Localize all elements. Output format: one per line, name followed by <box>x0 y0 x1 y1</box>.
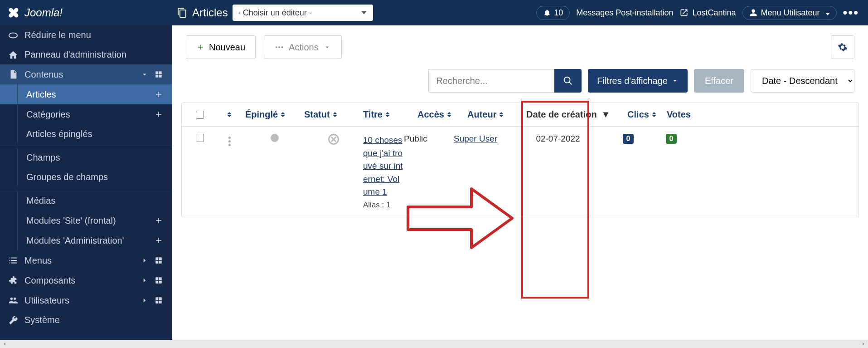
votes-badge: 0 <box>666 134 677 144</box>
horizontal-scrollbar[interactable] <box>0 340 868 348</box>
search <box>428 69 582 93</box>
settings-button[interactable] <box>831 35 854 59</box>
author-link[interactable]: Super User <box>454 134 497 143</box>
article-alias: Alias : 1 <box>363 201 404 210</box>
sidebar-item-field-groups[interactable]: Groupes de champs <box>0 167 172 187</box>
dashboard-icon[interactable] <box>153 69 164 80</box>
site-link[interactable]: LostCantina <box>679 8 736 18</box>
scroll-left-icon[interactable] <box>2 341 7 347</box>
sidebar-content-label: Contenus <box>24 69 63 80</box>
top-right: 10 Messages Post-installation LostCantin… <box>536 5 868 20</box>
search-input[interactable] <box>428 69 554 93</box>
sort-icon <box>652 112 656 117</box>
chevron-down-icon <box>141 70 149 78</box>
plus-icon[interactable] <box>153 89 164 100</box>
site-name: LostCantina <box>692 8 736 18</box>
row-actions-icon[interactable] <box>226 134 233 149</box>
chevron-right-icon <box>141 276 149 284</box>
plus-icon <box>196 43 204 51</box>
search-icon <box>563 76 573 86</box>
sidebar-users[interactable]: Utilisateurs <box>0 290 172 310</box>
brand: Joomla! <box>0 6 172 19</box>
status-icon[interactable] <box>328 134 339 145</box>
svg-point-1 <box>276 46 277 48</box>
article-title-link[interactable]: 10 choses que j'ai trouvé sur internet: … <box>363 134 404 199</box>
dashboard-icon[interactable] <box>153 295 164 306</box>
col-status[interactable]: Statut <box>304 109 363 120</box>
sort-select[interactable]: Date - Descendant <box>751 69 854 93</box>
pin-status-icon[interactable] <box>271 134 279 142</box>
sidebar: Réduire le menu Panneau d'administration… <box>0 25 172 340</box>
col-order[interactable] <box>213 112 245 117</box>
table-row: 10 choses que j'ai trouvé sur internet: … <box>182 127 858 217</box>
post-install-link[interactable]: Messages Post-installation <box>576 8 673 18</box>
filter-options-label: Filtres d'affichage <box>597 76 668 86</box>
main: Nouveau Actions <box>172 25 868 340</box>
row-date: 02-07-2022 <box>513 134 603 144</box>
sidebar-components[interactable]: Composants <box>0 270 172 290</box>
sidebar-item-modules-admin[interactable]: Modules 'Administration' <box>0 230 172 250</box>
sidebar-item-media[interactable]: Médias <box>0 191 172 211</box>
select-all-checkbox[interactable] <box>196 111 204 119</box>
sort-icon <box>227 112 232 117</box>
post-install-label: Messages Post-installation <box>576 8 673 18</box>
notifications[interactable]: 10 <box>536 6 570 20</box>
more-icon[interactable]: ••• <box>843 5 859 20</box>
col-title[interactable]: Titre <box>363 109 417 120</box>
users-icon <box>8 295 18 305</box>
new-button[interactable]: Nouveau <box>186 35 256 59</box>
row-checkbox[interactable] <box>196 134 204 142</box>
sidebar-item-modules-site[interactable]: Modules 'Site' (frontal) <box>0 211 172 230</box>
sidebar-system[interactable]: Système <box>0 310 172 330</box>
new-button-label: Nouveau <box>209 42 245 53</box>
filter-options-button[interactable]: Filtres d'affichage <box>588 69 688 93</box>
list-icon <box>8 255 18 265</box>
bell-icon <box>543 9 551 17</box>
search-button[interactable] <box>554 69 582 93</box>
chevron-down-icon <box>671 77 679 84</box>
col-votes[interactable]: Votes <box>667 109 703 120</box>
clicks-badge: 0 <box>623 134 634 144</box>
dashboard-icon[interactable] <box>153 275 164 286</box>
clear-button[interactable]: Effacer <box>694 69 744 93</box>
sort-icon <box>385 112 390 117</box>
user-icon <box>749 9 757 17</box>
sidebar-item-categories[interactable]: Catégories <box>0 104 172 124</box>
plus-icon[interactable] <box>153 235 164 246</box>
sidebar-item-pinned[interactable]: Articles épinglés <box>0 124 172 144</box>
svg-point-3 <box>281 46 283 48</box>
sidebar-pinned-label: Articles épinglés <box>26 129 92 139</box>
row-access: Public <box>404 134 454 144</box>
plus-icon[interactable] <box>153 109 164 120</box>
col-author[interactable]: Auteur <box>467 109 526 120</box>
sidebar-articles-label: Articles <box>26 89 56 100</box>
col-pinned[interactable]: Épinglé <box>245 109 304 120</box>
sidebar-admin-label: Panneau d'administration <box>24 49 126 60</box>
sidebar-item-fields[interactable]: Champs <box>0 148 172 167</box>
sidebar-admin-panel[interactable]: Panneau d'administration <box>0 45 172 64</box>
scroll-right-icon[interactable] <box>861 341 866 347</box>
sidebar-content[interactable]: Contenus <box>0 64 172 84</box>
sort-icon <box>333 112 337 117</box>
plus-icon[interactable] <box>153 215 164 226</box>
collapse-icon <box>8 30 18 40</box>
sidebar-menus[interactable]: Menus <box>0 250 172 270</box>
col-created[interactable]: Date de création▼ <box>526 109 617 120</box>
gear-icon <box>838 42 848 52</box>
chevron-down-icon <box>323 43 331 51</box>
sidebar-item-articles[interactable]: Articles <box>0 84 172 104</box>
wrench-icon <box>8 315 18 325</box>
col-access[interactable]: Accès <box>417 109 467 120</box>
col-clicks[interactable]: Clics <box>617 109 667 120</box>
page-title: Articles <box>192 6 228 19</box>
sidebar-collapse[interactable]: Réduire le menu <box>0 25 172 45</box>
editor-select[interactable]: - Choisir un éditeur - <box>233 5 373 21</box>
sidebar-system-label: Système <box>24 315 60 325</box>
dashboard-icon[interactable] <box>153 255 164 266</box>
sidebar-components-label: Composants <box>24 275 75 286</box>
user-menu[interactable]: Menu Utilisateur <box>742 6 837 20</box>
puzzle-icon <box>8 275 18 285</box>
sidebar-menus-label: Menus <box>24 255 52 266</box>
actions-button[interactable]: Actions <box>264 35 342 59</box>
sort-icon <box>499 112 504 117</box>
